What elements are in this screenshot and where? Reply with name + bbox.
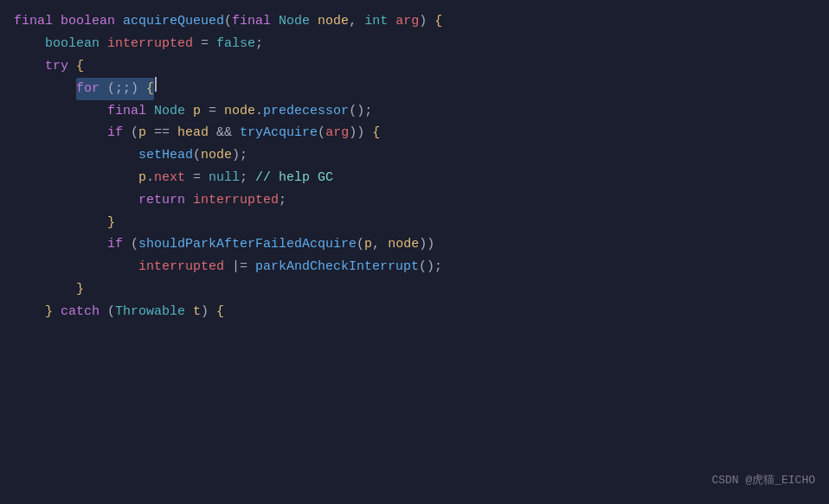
keyword-final: final [14,10,61,33]
fn-acquireQueued: acquireQueued [123,10,224,33]
code-line-4: for (;;) { [14,77,815,99]
watermark: CSDN @虎猫_EICHO [711,472,815,490]
code-line-14: } catch (Throwable t) { [14,301,815,323]
code-line-1: final boolean acquireQueued(final Node n… [14,10,815,33]
text-cursor [155,77,157,92]
head-keyword: head [177,122,209,144]
keyword-boolean: boolean [61,10,123,33]
code-line-2: boolean interrupted = false; [14,33,815,55]
code-line-13: } [14,278,815,301]
code-line-12: interrupted |= parkAndCheckInterrupt(); [14,256,815,278]
code-line-9: return interrupted; [14,189,815,212]
for-loop-highlight: for (;;) { [76,78,154,100]
code-editor: final boolean acquireQueued(final Node n… [0,0,829,504]
code-line-5: final Node p = node.predecessor(); [14,100,815,123]
code-line-11: if (shouldParkAfterFailedAcquire(p, node… [14,233,815,256]
code-line-8: p.next = null; // help GC [14,167,815,189]
code-line-7: setHead(node); [14,144,815,167]
code-line-10: } [14,212,815,234]
code-line-6: if (p == head && tryAcquire(arg)) { [14,122,815,144]
code-line-3: try { [14,55,815,78]
